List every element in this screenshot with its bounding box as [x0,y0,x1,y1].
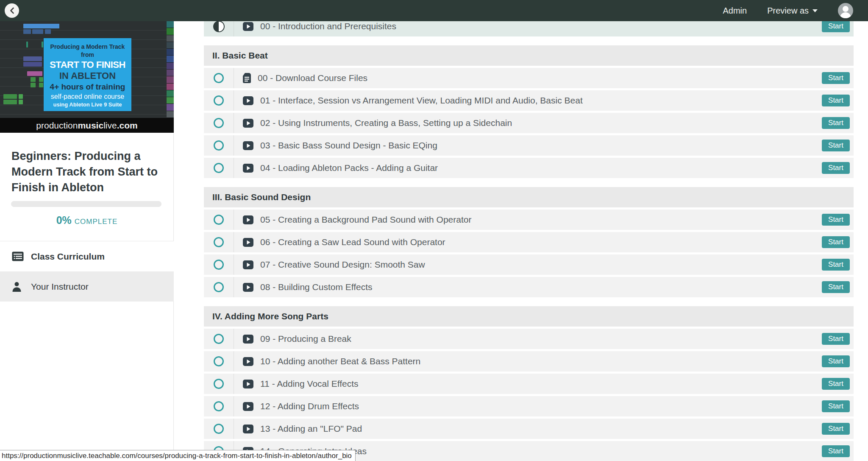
course-thumbnail: Producing a Modern Track from START TO F… [0,21,174,133]
incomplete-circle-icon [214,424,224,434]
video-play-icon [243,164,253,173]
start-button[interactable]: Start [822,423,850,435]
lesson-status-cell [204,232,234,252]
back-button[interactable] [5,3,19,18]
lesson-status-cell [204,113,234,133]
curriculum-list: 00 - Introduction and Prerequisites Star… [204,16,854,461]
section-heading: IV. Adding More Song Parts [212,311,328,321]
curriculum-item-row: 07 - Creative Sound Design: Smooth SawSt… [204,254,854,275]
link-status-bar: https://productionmusiclive.teachable.co… [0,450,356,461]
incomplete-circle-icon [214,73,224,83]
start-button[interactable]: Start [822,281,850,293]
promo-line4: 4+ hours of training [44,81,131,92]
curriculum-list-icon [11,251,25,262]
lesson-body: 00 - Introduction and Prerequisites [234,21,396,31]
start-button[interactable]: Start [822,140,850,151]
lesson-title[interactable]: 09 - Producing a Break [260,334,351,344]
start-button[interactable]: Start [822,95,850,106]
incomplete-circle-icon [214,140,224,151]
curriculum-item-row: 12 - Adding Drum EffectsStart [204,396,854,416]
curriculum-item-row: 11 - Adding Vocal EffectsStart [204,374,854,394]
lesson-title[interactable]: 03 - Basic Bass Sound Design - Basic EQi… [260,140,437,151]
lesson-title[interactable]: 13 - Adding an "LFO" Pad [260,424,362,434]
video-play-icon [243,425,253,433]
start-button[interactable]: Start [822,378,850,390]
start-button[interactable]: Start [822,333,850,345]
sidebar-item-label: Class Curriculum [31,251,105,262]
chevron-left-icon [9,7,14,14]
lesson-title[interactable]: 08 - Building Custom Effects [260,282,373,292]
sidebar-item-class-curriculum[interactable]: Class Curriculum [0,241,174,271]
sidebar-item-your-instructor[interactable]: Your Instructor [0,271,174,302]
video-play-icon [243,22,253,31]
admin-link[interactable]: Admin [723,6,747,16]
start-button[interactable]: Start [822,117,850,129]
preview-as-dropdown[interactable]: Preview as [767,6,818,16]
avatar-person-icon [843,6,849,12]
video-play-icon [243,119,253,128]
lesson-title[interactable]: 06 - Creating a Saw Lead Sound with Oper… [260,237,445,247]
lesson-title[interactable]: 11 - Adding Vocal Effects [260,379,359,389]
promo-line6: using Ableton Live 9 Suite [44,101,131,109]
brand-strip: productionmusiclive.com [0,118,174,133]
incomplete-circle-icon [214,334,224,344]
curriculum-item-row: 06 - Creating a Saw Lead Sound with Oper… [204,232,854,252]
promo-line1: Producing a Modern Track from [44,43,131,59]
curriculum-item-row: 04 - Loading Ableton Packs - Adding a Gu… [204,158,854,178]
lesson-status-cell [204,135,234,156]
lesson-title[interactable]: 01 - Interface, Session vs Arrangement V… [260,95,583,106]
video-play-icon [243,238,253,247]
caret-down-icon [812,9,818,12]
incomplete-circle-icon [214,118,224,128]
lesson-status-cell [204,158,234,178]
lesson-title[interactable]: 12 - Adding Drum Effects [260,401,359,411]
start-button[interactable]: Start [822,72,850,84]
user-avatar[interactable] [838,3,853,18]
start-button[interactable]: Start [822,214,850,226]
brand-part-bold: .com [117,120,138,131]
section-header: IV. Adding More Song Parts [204,306,854,327]
lesson-body: 00 - Download Course Files [234,73,367,83]
page: 00 - Introduction and Prerequisites Star… [0,0,868,461]
start-button[interactable]: Start [822,355,850,367]
lesson-body: 05 - Creating a Background Pad Sound wit… [234,215,471,225]
video-play-icon [243,260,253,269]
lesson-title[interactable]: 02 - Using Instruments, Creating a Bass,… [260,118,512,128]
section-heading: II. Basic Beat [212,50,268,61]
curriculum-item-row: 03 - Basic Bass Sound Design - Basic EQi… [204,135,854,156]
start-button[interactable]: Start [822,445,850,457]
lesson-status-cell [204,254,234,275]
lesson-title[interactable]: 07 - Creative Sound Design: Smooth Saw [260,260,425,270]
lesson-status-cell [204,277,234,297]
lesson-body: 07 - Creative Sound Design: Smooth Saw [234,260,425,270]
lesson-title[interactable]: 00 - Download Course Files [258,73,367,83]
lesson-status-cell [204,419,234,439]
top-navbar: Admin Preview as [0,0,868,21]
incomplete-circle-icon [214,163,224,173]
sidebar-item-label: Your Instructor [31,282,89,292]
video-play-icon [243,335,253,344]
lesson-body: 02 - Using Instruments, Creating a Bass,… [234,118,512,128]
brand-part: live [103,120,117,131]
lesson-body: 04 - Loading Ableton Packs - Adding a Gu… [234,163,438,173]
section-header: II. Basic Beat [204,45,854,66]
lesson-status-cell [204,68,234,88]
start-button[interactable]: Start [822,400,850,412]
video-play-icon [243,96,253,105]
lesson-title[interactable]: 05 - Creating a Background Pad Sound wit… [260,215,471,225]
start-button[interactable]: Start [822,20,850,32]
start-button[interactable]: Start [822,162,850,174]
incomplete-circle-icon [214,237,224,247]
lesson-body: 12 - Adding Drum Effects [234,401,359,411]
video-play-icon [243,141,253,150]
lesson-body: 13 - Adding an "LFO" Pad [234,424,362,434]
start-button[interactable]: Start [822,259,850,271]
lesson-title[interactable]: 00 - Introduction and Prerequisites [260,21,396,31]
curriculum-item-row: 05 - Creating a Background Pad Sound wit… [204,210,854,230]
promo-line2: START TO FINISH [44,59,131,70]
lesson-title[interactable]: 10 - Adding another Beat & Bass Pattern [260,356,420,366]
lesson-title[interactable]: 04 - Loading Ableton Packs - Adding a Gu… [260,163,438,173]
start-button[interactable]: Start [822,236,850,248]
half-complete-circle-icon [213,21,225,32]
incomplete-circle-icon [214,215,224,225]
